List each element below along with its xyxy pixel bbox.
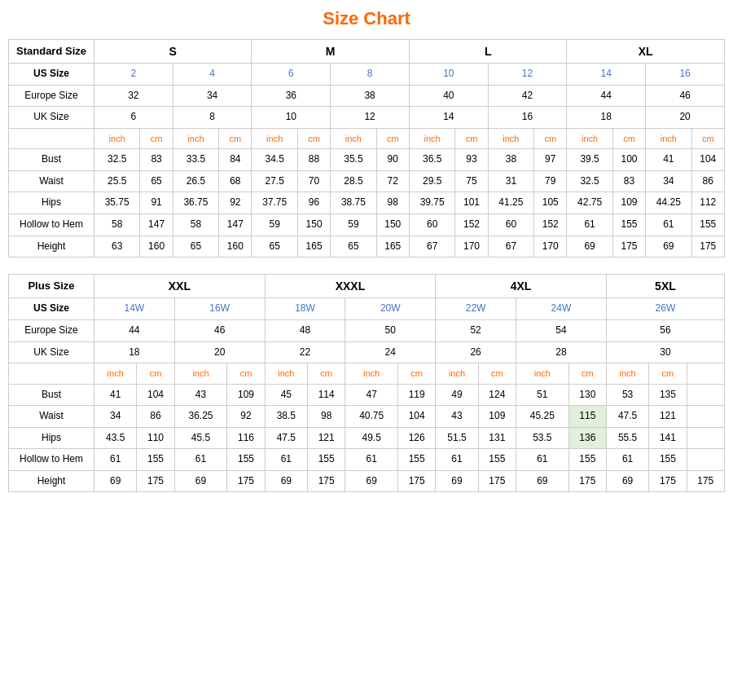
plus-us-14w: 14W xyxy=(94,298,175,320)
bust-m-inch2: 35.5 xyxy=(331,149,376,171)
hollow-v9: 60 xyxy=(409,214,454,236)
hips-v2: 91 xyxy=(140,192,173,214)
plus-eu-46: 46 xyxy=(174,320,265,342)
waist-v10: 75 xyxy=(455,170,488,192)
plus-us-20w: 20W xyxy=(345,298,436,320)
bust-l-cm2: 97 xyxy=(534,149,567,171)
plus-us-22w: 22W xyxy=(436,298,516,320)
eu-32: 32 xyxy=(94,85,173,107)
plus-unit-cm-7: cm xyxy=(649,363,687,384)
bust-m-cm1: 88 xyxy=(297,149,330,171)
plus-waist-v4: 92 xyxy=(227,406,265,428)
eu-36: 36 xyxy=(252,85,331,107)
bust-m-inch1: 34.5 xyxy=(252,149,297,171)
plus-waist-v13: 47.5 xyxy=(606,406,648,428)
waist-v12: 79 xyxy=(534,170,567,192)
plus-height-label: Height xyxy=(9,470,94,492)
plus-eu-56: 56 xyxy=(606,320,724,342)
hollow-v16: 155 xyxy=(691,214,724,236)
plus-bust-v6: 114 xyxy=(308,384,345,406)
unit-inch-4: inch xyxy=(331,128,376,148)
plus-us-size-label: US Size xyxy=(9,298,94,320)
eu-38: 38 xyxy=(331,85,410,107)
standard-size-chart: Standard Size S M L XL US Size 2 4 6 8 1… xyxy=(8,39,725,258)
hollow-v10: 152 xyxy=(455,214,488,236)
hips-v1: 35.75 xyxy=(94,192,140,214)
plus-uk-20: 20 xyxy=(174,341,265,363)
plus-height-v13: 69 xyxy=(606,470,648,492)
bust-s-inch2: 33.5 xyxy=(173,149,218,171)
unit-empty xyxy=(9,128,94,148)
waist-v6: 70 xyxy=(297,170,330,192)
eu-44: 44 xyxy=(567,85,646,107)
unit-inch-1: inch xyxy=(94,128,140,148)
uk-size-row: UK Size 6 8 10 12 14 16 18 20 xyxy=(9,107,725,129)
uk-12: 12 xyxy=(331,107,410,129)
plus-height-v8: 175 xyxy=(398,470,436,492)
plus-unit-cm-2: cm xyxy=(227,363,265,384)
height-v2: 160 xyxy=(140,236,173,258)
plus-unit-cm-6: cm xyxy=(568,363,606,384)
plus-bust-v3: 43 xyxy=(174,384,227,406)
unit-cm-4: cm xyxy=(376,128,409,148)
height-v16: 175 xyxy=(691,236,724,258)
plus-height-v9: 69 xyxy=(436,470,478,492)
hips-v10: 101 xyxy=(455,192,488,214)
plus-unit-cm-4: cm xyxy=(398,363,436,384)
plus-hollow-v7: 61 xyxy=(345,449,398,471)
plus-waist-row: Waist 34 86 36.25 92 38.5 98 40.75 104 4… xyxy=(9,406,725,428)
plus-size-label: Plus Size xyxy=(9,275,94,298)
plus-eu-48: 48 xyxy=(265,320,345,342)
plus-hollow-v8: 155 xyxy=(398,449,436,471)
waist-v16: 86 xyxy=(691,170,724,192)
uk-18: 18 xyxy=(567,107,646,129)
plus-uk-28: 28 xyxy=(516,341,606,363)
plus-bust-v11: 51 xyxy=(516,384,568,406)
waist-label: Waist xyxy=(9,170,94,192)
unit-inch-6: inch xyxy=(488,128,533,148)
height-v14: 175 xyxy=(612,236,645,258)
hips-v5: 37.75 xyxy=(252,192,297,214)
hollow-v1: 58 xyxy=(94,214,140,236)
plus-waist-v12: 115 xyxy=(568,406,606,428)
plus-hollow-v14: 155 xyxy=(649,449,687,471)
unit-cm-3: cm xyxy=(297,128,330,148)
hips-v3: 36.75 xyxy=(173,192,218,214)
bust-xl-cm1: 100 xyxy=(612,149,645,171)
plus-waist-v10: 109 xyxy=(478,406,516,428)
uk-20: 20 xyxy=(646,107,725,129)
hollow-v5: 59 xyxy=(252,214,297,236)
bust-l-inch2: 38 xyxy=(488,149,533,171)
plus-hips-v14: 141 xyxy=(649,427,687,449)
plus-size-table: Plus Size XXL XXXL 4XL 5XL US Size 14W 1… xyxy=(8,274,725,492)
plus-bust-v7: 47 xyxy=(345,384,398,406)
waist-row: Waist 25.5 65 26.5 68 27.5 70 28.5 72 29… xyxy=(9,170,725,192)
hollow-v2: 147 xyxy=(140,214,173,236)
plus-height-v1: 69 xyxy=(94,470,137,492)
bust-l-cm1: 93 xyxy=(455,149,488,171)
plus-hips-v2: 110 xyxy=(137,427,174,449)
hollow-v7: 59 xyxy=(331,214,376,236)
plus-unit-row: inch cm inch cm inch cm inch cm inch cm … xyxy=(9,363,725,384)
plus-us-16w: 16W xyxy=(174,298,265,320)
us-14: 14 xyxy=(567,64,646,86)
eu-40: 40 xyxy=(409,85,488,107)
unit-row-1: inch cm inch cm inch cm inch cm inch cm … xyxy=(9,128,725,148)
height-v8: 165 xyxy=(376,236,409,258)
bust-l-inch1: 36.5 xyxy=(409,149,454,171)
plus-eu-50: 50 xyxy=(345,320,436,342)
plus-hollow-v12: 155 xyxy=(568,449,606,471)
plus-height-row: Height 69 175 69 175 69 175 69 175 69 17… xyxy=(9,470,725,492)
plus-hollow-v9: 61 xyxy=(436,449,478,471)
5xl-header: 5XL xyxy=(606,275,724,298)
waist-v11: 31 xyxy=(488,170,533,192)
hips-v14: 109 xyxy=(612,192,645,214)
unit-cm-5: cm xyxy=(455,128,488,148)
4xl-header: 4XL xyxy=(436,275,607,298)
plus-hollow-v11: 61 xyxy=(516,449,568,471)
unit-inch-2: inch xyxy=(173,128,218,148)
hollow-v13: 61 xyxy=(567,214,612,236)
hollow-v14: 155 xyxy=(612,214,645,236)
plus-height-v6: 175 xyxy=(308,470,345,492)
hips-v16: 112 xyxy=(691,192,724,214)
